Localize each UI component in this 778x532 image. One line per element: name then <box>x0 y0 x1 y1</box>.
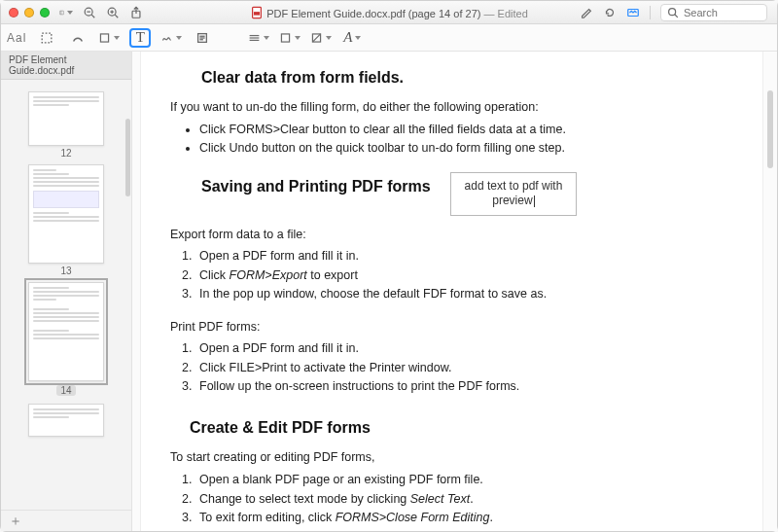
intro-paragraph: If you want to un-do the filling form, d… <box>170 98 733 117</box>
shapes-tool-button[interactable] <box>98 28 120 48</box>
page-thumbnail[interactable] <box>28 164 104 264</box>
list-item: To exit form editing, click FORMS>Close … <box>195 509 733 527</box>
edited-label: Edited <box>498 8 528 19</box>
bullet-item: Click FORMS>Clear button to clear all th… <box>199 121 733 139</box>
pdf-file-icon <box>250 6 264 19</box>
share-button[interactable] <box>129 6 143 19</box>
add-page-button[interactable]: ＋ <box>9 513 22 530</box>
svg-rect-25 <box>282 33 290 41</box>
thumbnail-label: 12 <box>1 148 131 159</box>
svg-rect-12 <box>254 12 260 16</box>
content-area: PDF Element Guide.docx.pdf 12 13 14 <box>1 52 777 531</box>
markup-toolbar-button[interactable] <box>626 6 640 19</box>
zoom-window-button[interactable] <box>40 8 50 18</box>
pdf-page: Clear data from form fields. If you want… <box>140 52 763 531</box>
sign-tool-button[interactable] <box>160 28 182 48</box>
border-color-button[interactable] <box>279 28 301 48</box>
close-window-button[interactable] <box>9 8 18 18</box>
svg-line-3 <box>91 15 94 18</box>
titlebar: PDF Element Guide.docx.pdf (page 14 of 2… <box>1 1 777 24</box>
window-controls <box>1 8 50 18</box>
line-style-button[interactable] <box>248 28 269 48</box>
list-item: Click FORM>Export to export <box>195 266 733 285</box>
search-input[interactable] <box>684 7 761 18</box>
page-thumbnail[interactable] <box>28 404 104 437</box>
list-item: Open a PDF form and fill it in. <box>195 339 733 358</box>
page-indicator: (page 14 of 27) <box>408 8 481 19</box>
highlight-button[interactable] <box>580 6 593 19</box>
heading-clear-data: Clear data from form fields. <box>201 69 733 87</box>
inserted-text-box[interactable]: add text to pdf with preview <box>450 172 578 216</box>
svg-point-14 <box>669 8 676 15</box>
selection-tool-button[interactable] <box>36 28 57 48</box>
page-thumbnail[interactable] <box>28 91 104 146</box>
svg-rect-0 <box>60 11 64 15</box>
app-window: PDF Element Guide.docx.pdf (page 14 of 2… <box>0 0 778 532</box>
svg-rect-17 <box>101 33 109 41</box>
list-item: Change to select text mode by clicking S… <box>195 490 733 509</box>
svg-line-27 <box>313 33 321 41</box>
page-thumbnail-current[interactable] <box>28 282 104 381</box>
list-item: In the pop up window, choose the default… <box>195 285 733 303</box>
thumbnail-label: 13 <box>1 266 131 276</box>
sketch-tool-button[interactable] <box>67 28 88 48</box>
heading-create-edit: Create & Edit PDF forms <box>190 419 733 437</box>
list-item: Follow up the on-screen instructions to … <box>195 377 733 396</box>
zoom-in-button[interactable] <box>106 6 120 19</box>
thumbnail-label: 14 <box>56 385 76 396</box>
sidebar-file-tab[interactable]: PDF Element Guide.docx.pdf <box>1 52 131 80</box>
text-tool-button[interactable]: T <box>129 28 151 48</box>
sidebar-scrollbar[interactable] <box>125 119 130 196</box>
textbox-line2: preview <box>492 194 532 207</box>
fill-color-button[interactable] <box>310 28 332 48</box>
zoom-out-button[interactable] <box>83 6 96 19</box>
list-item: Open a blank PDF page or an existing PDF… <box>195 471 733 489</box>
print-heading: Print PDF forms: <box>170 318 733 337</box>
search-field[interactable] <box>660 4 767 21</box>
svg-rect-11 <box>253 7 262 18</box>
view-mode-button[interactable] <box>59 6 73 19</box>
export-heading: Export form data to a file: <box>170 226 733 244</box>
thumbnails-list: 12 13 14 <box>1 80 131 510</box>
file-name: PDF Element Guide.docx.pdf <box>266 8 405 19</box>
minimize-window-button[interactable] <box>24 8 34 18</box>
list-item: Open a PDF form and fill it in. <box>195 247 733 266</box>
main-scrollbar[interactable] <box>767 90 773 168</box>
font-style-button[interactable]: A <box>341 28 363 48</box>
note-tool-button[interactable] <box>192 28 213 48</box>
svg-rect-16 <box>43 33 53 43</box>
sidebar-footer: ＋ <box>1 510 131 531</box>
search-icon <box>666 6 680 19</box>
svg-line-15 <box>675 14 678 17</box>
text-style-label: Aal <box>7 31 26 45</box>
svg-line-6 <box>115 15 118 18</box>
separator <box>650 6 651 19</box>
rotate-button[interactable] <box>603 6 617 19</box>
document-viewport[interactable]: Clear data from form fields. If you want… <box>132 52 777 531</box>
heading-save-print: Saving and Printing PDF forms <box>201 178 431 195</box>
markup-toolbar: Aal T A <box>1 24 777 52</box>
textbox-line1: add text to pdf with <box>465 179 563 193</box>
thumbnails-sidebar: PDF Element Guide.docx.pdf 12 13 14 <box>1 52 132 531</box>
create-intro: To start creating or editing PDF forms, <box>170 448 733 467</box>
text-caret <box>534 195 535 207</box>
list-item: Click FILE>Print to activate the Printer… <box>195 359 733 377</box>
bullet-item: Click Undo button on the quick toolbar t… <box>199 139 733 158</box>
